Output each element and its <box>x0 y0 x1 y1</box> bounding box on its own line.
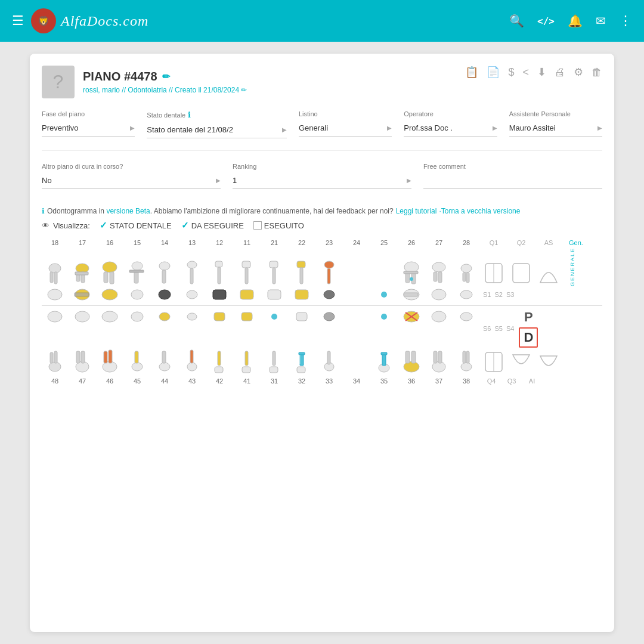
tooth-24[interactable] <box>343 260 370 286</box>
tooth-16[interactable] <box>97 260 123 286</box>
svg-point-63 <box>131 312 143 321</box>
tooth-46[interactable] <box>97 349 123 375</box>
tooth-31[interactable] <box>261 349 287 375</box>
ranking-value[interactable]: 1 ▶ <box>233 172 411 189</box>
tooth-14[interactable] <box>151 260 178 286</box>
download-icon[interactable]: ⬇ <box>537 66 546 79</box>
occlusal-14[interactable] <box>151 287 178 302</box>
occlusal-27[interactable] <box>426 287 452 302</box>
stato-value[interactable]: Stato dentale del 21/08/2 ▶ <box>147 122 287 138</box>
versione-beta-link[interactable]: versione Beta <box>106 207 150 215</box>
tooth-28[interactable] <box>453 260 479 286</box>
bell-icon[interactable]: 🔔 <box>568 14 583 28</box>
bocclusal-41[interactable] <box>234 309 260 348</box>
d-label: D <box>519 327 538 348</box>
tooth-44[interactable] <box>151 349 178 375</box>
bocclusal-48[interactable] <box>42 309 68 348</box>
occlusal-13[interactable] <box>179 287 205 302</box>
bocclusal-44[interactable] <box>151 309 178 348</box>
altro-value[interactable]: No ▶ <box>42 172 221 189</box>
stato-dentale-check[interactable]: ✓ STATO DENTALE <box>100 220 172 231</box>
tooth-36[interactable] <box>398 349 425 375</box>
hamburger-menu-icon[interactable]: ☰ <box>12 13 24 29</box>
tooth-12[interactable] <box>206 260 233 286</box>
tooth-26[interactable] <box>398 260 425 286</box>
tooth-num-28: 28 <box>453 239 479 246</box>
leggi-tutorial-link[interactable]: Leggi tutorial <box>396 207 437 215</box>
occlusal-16[interactable] <box>97 287 123 302</box>
tooth-47[interactable] <box>69 349 95 375</box>
tooth-35[interactable] <box>371 349 397 375</box>
tooth-22[interactable] <box>289 260 315 286</box>
occlusal-15[interactable] <box>124 287 150 302</box>
edit-plan-icon[interactable]: ✏ <box>162 71 170 82</box>
occlusal-18[interactable] <box>42 287 68 302</box>
bocclusal-42[interactable] <box>206 309 233 348</box>
bocclusal-37[interactable] <box>426 309 452 348</box>
ranking-field: Ranking 1 ▶ <box>233 163 411 189</box>
occlusal-23[interactable] <box>316 287 342 302</box>
bocclusal-38[interactable] <box>453 309 479 348</box>
tooth-45[interactable] <box>124 349 150 375</box>
occlusal-22[interactable] <box>289 287 315 302</box>
bocclusal-43[interactable] <box>179 309 205 348</box>
more-icon[interactable]: ⋮ <box>619 13 632 29</box>
eseguito-check[interactable]: ESEGUITO <box>253 221 304 230</box>
code-icon[interactable]: </> <box>537 16 555 27</box>
occlusal-26[interactable] <box>398 287 425 302</box>
search-icon[interactable]: 🔍 <box>509 14 524 28</box>
tooth-23[interactable] <box>316 260 342 286</box>
tooth-38[interactable] <box>453 349 479 375</box>
tooth-25[interactable] <box>371 260 397 286</box>
tooth-q3 <box>508 349 534 375</box>
bocclusal-32[interactable] <box>289 309 315 348</box>
bocclusal-45[interactable] <box>124 309 150 348</box>
tooth-48[interactable] <box>42 349 68 375</box>
occlusal-11[interactable] <box>234 287 260 302</box>
tooth-15[interactable] <box>124 260 150 286</box>
share-icon[interactable]: < <box>522 66 529 79</box>
listino-value[interactable]: Generali ▶ <box>299 120 392 137</box>
tooth-43[interactable] <box>179 349 205 375</box>
copy-icon[interactable]: 📄 <box>487 66 500 79</box>
mail-icon[interactable]: ✉ <box>596 14 606 28</box>
settings-icon[interactable]: ⚙ <box>574 66 583 79</box>
da-eseguire-check[interactable]: ✓ DA ESEGUIRE <box>181 220 244 231</box>
bocclusal-33[interactable] <box>316 309 342 348</box>
svg-rect-97 <box>273 351 275 366</box>
tooth-41[interactable] <box>234 349 260 375</box>
operatore-value[interactable]: Prof.ssa Doc . ▶ <box>404 120 497 137</box>
document-icon[interactable]: 📋 <box>465 66 478 79</box>
bocclusal-36[interactable] <box>398 309 425 348</box>
tooth-27[interactable] <box>426 260 452 286</box>
svg-rect-42 <box>513 264 530 283</box>
tooth-37[interactable] <box>426 349 452 375</box>
tooth-33[interactable] <box>316 349 342 375</box>
fase-value[interactable]: Preventivo ▶ <box>42 120 135 137</box>
tooth-num-12: 12 <box>206 239 233 246</box>
money-icon[interactable]: $ <box>508 66 514 79</box>
occlusal-12[interactable] <box>206 287 233 302</box>
assistente-value[interactable]: Mauro Assitei ▶ <box>509 120 602 137</box>
edit-breadcrumb-icon[interactable]: ✏ <box>241 86 247 94</box>
occlusal-28[interactable] <box>453 287 479 302</box>
occlusal-17[interactable] <box>69 287 95 302</box>
tooth-21[interactable] <box>261 260 287 286</box>
bocclusal-46[interactable] <box>97 309 123 348</box>
tooth-32[interactable] <box>289 349 315 375</box>
comment-value[interactable] <box>423 172 602 189</box>
occlusal-25[interactable] <box>371 287 397 302</box>
bocclusal-47[interactable] <box>69 309 95 348</box>
tooth-q4 <box>481 349 507 375</box>
tooth-42[interactable] <box>206 349 233 375</box>
delete-icon[interactable]: 🗑 <box>592 66 602 79</box>
torna-vecchia-link[interactable]: ·Torna a vecchia versione <box>439 207 520 215</box>
tooth-17[interactable] <box>69 260 95 286</box>
occlusal-21[interactable] <box>261 287 287 302</box>
tooth-18[interactable] <box>42 260 68 286</box>
print-icon[interactable]: 🖨 <box>555 66 565 79</box>
bocclusal-35[interactable] <box>371 309 397 348</box>
bocclusal-31[interactable] <box>261 309 287 348</box>
tooth-11[interactable] <box>234 260 260 286</box>
tooth-13[interactable] <box>179 260 205 286</box>
